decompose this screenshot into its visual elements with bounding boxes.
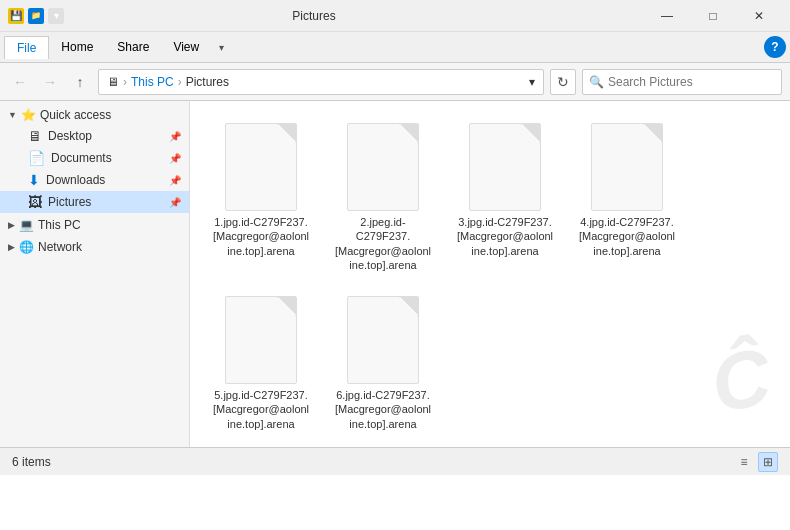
breadcrumb-dropdown[interactable]: ▾ (529, 75, 535, 89)
sidebar-item-documents-label: Documents (51, 151, 112, 165)
sidebar: ▼ ⭐ Quick access 🖥 Desktop 📌 📄 Documents… (0, 101, 190, 447)
breadcrumb-icon: 🖥 (107, 75, 119, 89)
expand-network-icon: ▶ (8, 242, 15, 252)
ribbon-collapse-button[interactable]: ▾ (211, 35, 231, 59)
sidebar-quick-access-section: ▼ ⭐ Quick access 🖥 Desktop 📌 📄 Documents… (0, 105, 189, 213)
sidebar-item-downloads[interactable]: ⬇ Downloads 📌 (0, 169, 189, 191)
grid-view-button[interactable]: ⊞ (758, 452, 778, 472)
minimize-button[interactable]: — (644, 0, 690, 32)
file-icon-5 (225, 296, 297, 384)
list-view-button[interactable]: ≡ (734, 452, 754, 472)
quick-access-label: Quick access (40, 108, 111, 122)
help-button[interactable]: ? (764, 36, 786, 58)
ribbon-tabs: File Home Share View ▾ ? (0, 32, 790, 62)
sidebar-item-downloads-label: Downloads (46, 173, 105, 187)
file-icon-6 (347, 296, 419, 384)
refresh-button[interactable]: ↻ (550, 69, 576, 95)
file-icon-3 (469, 123, 541, 211)
maximize-button[interactable]: □ (690, 0, 736, 32)
sidebar-item-pictures[interactable]: 🖼 Pictures 📌 (0, 191, 189, 213)
downloads-folder-icon: ⬇ (28, 172, 40, 188)
close-button[interactable]: ✕ (736, 0, 782, 32)
quick-access-star-icon: ⭐ (21, 108, 36, 122)
sidebar-network-header[interactable]: ▶ 🌐 Network (0, 237, 189, 257)
file-name-2: 2.jpeg.id-C279F237.[Macgregor@aolonline.… (334, 215, 432, 272)
pin-icon-documents: 📌 (169, 153, 181, 164)
view-toggle: ≡ ⊞ (734, 452, 778, 472)
breadcrumb: 🖥 › This PC › Pictures ▾ (98, 69, 544, 95)
network-label: Network (38, 240, 82, 254)
ribbon: File Home Share View ▾ ? (0, 32, 790, 63)
status-bar: 6 items ≡ ⊞ (0, 447, 790, 475)
sidebar-item-documents[interactable]: 📄 Documents 📌 (0, 147, 189, 169)
search-icon: 🔍 (589, 75, 604, 89)
network-icon: 🌐 (19, 240, 34, 254)
file-name-5: 5.jpg.id-C279F237.[Macgregor@aolonline.t… (212, 388, 310, 431)
window-title: Pictures (0, 9, 644, 23)
title-bar: 💾 📁 ▾ Pictures — □ ✕ (0, 0, 790, 32)
breadcrumb-thispc[interactable]: This PC (131, 75, 174, 89)
file-icon-2 (347, 123, 419, 211)
breadcrumb-pictures: Pictures (186, 75, 229, 89)
file-icon-1 (225, 123, 297, 211)
pictures-folder-icon: 🖼 (28, 194, 42, 210)
back-button[interactable]: ← (8, 70, 32, 94)
tab-share[interactable]: Share (105, 36, 161, 58)
sidebar-thispc-section: ▶ 💻 This PC (0, 215, 189, 235)
tab-view[interactable]: View (161, 36, 211, 58)
tab-home[interactable]: Home (49, 36, 105, 58)
thispc-icon: 💻 (19, 218, 34, 232)
sidebar-thispc-header[interactable]: ▶ 💻 This PC (0, 215, 189, 235)
expand-quick-access-icon: ▼ (8, 110, 17, 120)
file-icon-4 (591, 123, 663, 211)
file-name-3: 3.jpg.id-C279F237.[Macgregor@aolonline.t… (456, 215, 554, 258)
file-item-6[interactable]: 6.jpg.id-C279F237.[Macgregor@aolonline.t… (328, 290, 438, 437)
tab-file[interactable]: File (4, 36, 49, 59)
pin-icon-downloads: 📌 (169, 175, 181, 186)
file-item-2[interactable]: 2.jpeg.id-C279F237.[Macgregor@aolonline.… (328, 117, 438, 278)
pin-icon-pictures: 📌 (169, 197, 181, 208)
sidebar-item-desktop[interactable]: 🖥 Desktop 📌 (0, 125, 189, 147)
main-layout: ▼ ⭐ Quick access 🖥 Desktop 📌 📄 Documents… (0, 101, 790, 447)
file-item-1[interactable]: 1.jpg.id-C279F237.[Macgregor@aolonline.t… (206, 117, 316, 278)
file-name-6: 6.jpg.id-C279F237.[Macgregor@aolonline.t… (334, 388, 432, 431)
search-box: 🔍 (582, 69, 782, 95)
up-button[interactable]: ↑ (68, 70, 92, 94)
search-input[interactable] (608, 75, 775, 89)
file-item-5[interactable]: 5.jpg.id-C279F237.[Macgregor@aolonline.t… (206, 290, 316, 437)
sidebar-network-section: ▶ 🌐 Network (0, 237, 189, 257)
pin-icon-desktop: 📌 (169, 131, 181, 142)
sidebar-item-pictures-label: Pictures (48, 195, 91, 209)
desktop-folder-icon: 🖥 (28, 128, 42, 144)
file-area: Ĉ 1.jpg.id-C279F237.[Macgregor@aolonline… (190, 101, 790, 447)
sidebar-item-desktop-label: Desktop (48, 129, 92, 143)
file-item-4[interactable]: 4.jpg.id-C279F237.[Macgregor@aolonline.t… (572, 117, 682, 278)
forward-button[interactable]: → (38, 70, 62, 94)
documents-folder-icon: 📄 (28, 150, 45, 166)
address-bar: ← → ↑ 🖥 › This PC › Pictures ▾ ↻ 🔍 (0, 63, 790, 101)
file-item-3[interactable]: 3.jpg.id-C279F237.[Macgregor@aolonline.t… (450, 117, 560, 278)
expand-thispc-icon: ▶ (8, 220, 15, 230)
thispc-label: This PC (38, 218, 81, 232)
watermark: Ĉ (705, 331, 778, 432)
window-controls: — □ ✕ (644, 0, 782, 32)
item-count: 6 items (12, 455, 51, 469)
file-name-1: 1.jpg.id-C279F237.[Macgregor@aolonline.t… (212, 215, 310, 258)
sidebar-quick-access-header[interactable]: ▼ ⭐ Quick access (0, 105, 189, 125)
file-name-4: 4.jpg.id-C279F237.[Macgregor@aolonline.t… (578, 215, 676, 258)
